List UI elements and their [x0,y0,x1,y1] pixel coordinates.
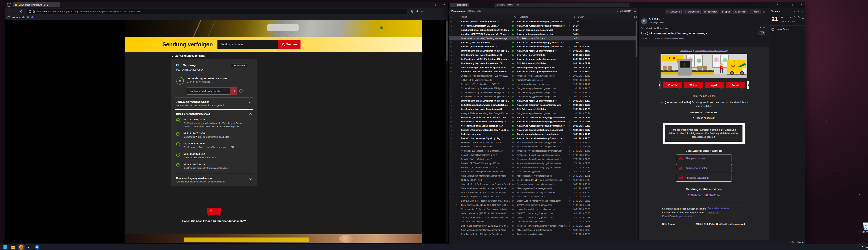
junk-icon[interactable] [567,83,572,85]
language-button-arabic[interactable]: العربية [705,82,724,88]
email-row[interactable]: ☆Versendet: „Pfanner Zero Sirup Ice Tea…… [448,116,637,120]
email-row[interactable]: ☆Ihr Paket kann bei DHL Packstation 404 … [448,49,637,53]
junk-icon[interactable] [567,142,572,144]
email-row[interactable]: ☆Antrag auf Wiederherstellung Ihres Goog… [448,111,637,116]
junk-icon[interactable] [567,150,572,152]
back-to-overview-link[interactable]: Zur Sendungsübersicht [172,54,205,57]
star-icon[interactable]: ☆ [448,166,454,169]
subject-column-header[interactable]: Betreff [459,16,513,18]
junk-icon[interactable] [567,129,572,131]
star-icon[interactable]: ☆ [448,29,454,31]
browser-tab[interactable]: DHL DHL Sendungsverfolgung | DHL × [13,2,60,7]
junk-icon[interactable] [567,46,572,48]
dayplan-toggle[interactable]: Tagesplan [789,241,803,243]
star-icon[interactable]: ☆ [448,146,454,148]
star-icon[interactable]: ☆ [448,187,454,190]
email-row[interactable]: ☆Versendet: „SPEEDWOX Drehknopf, M5, 20…… [448,140,637,145]
junk-icon[interactable] [567,121,572,123]
email-row[interactable]: ☆Sicherheitswarnung für eselmeister539@g… [448,90,637,95]
junk-icon[interactable] [567,137,572,139]
star-icon[interactable]: ☆ [448,66,454,69]
close-button[interactable]: × [440,2,448,8]
junk-icon[interactable] [567,217,572,219]
star-icon[interactable]: ☆ [448,150,454,152]
delivery-options-section[interactable]: Jetzt Zustelloptionen wählen Sie sind ni… [176,100,252,106]
page-scrollbar[interactable] [446,20,448,242]
star-icon[interactable]: ☆ [448,154,454,156]
junk-icon[interactable] [567,225,572,227]
language-button-turkish[interactable]: Türkçe [684,82,703,88]
junk-icon[interactable] [567,88,572,89]
email-row[interactable]: ☆Abgeholt: SPEEDWOX Drehknopf, M5, 20 mm… [448,32,637,36]
star-icon[interactable]: ☆ [448,200,454,202]
junk-icon[interactable] [567,108,572,110]
junk-icon[interactable] [567,21,572,23]
option-neighbor-button[interactable]: An Nachbar:in liefern [676,164,732,172]
junk-icon[interactable] [567,37,572,39]
email-row[interactable]: ☆Bestellt: „Keratobleem 100 Stück…“Amazo… [448,44,637,49]
tracking-number-input[interactable]: Sendungsnummer [217,40,278,49]
email-row[interactable]: ☆Ihre Sendung liegt in der Packstation 4… [448,107,637,111]
junk-icon[interactable] [567,187,572,189]
reload-button[interactable] [19,9,24,14]
junk-icon[interactable] [567,67,572,69]
junk-icon[interactable] [567,71,572,73]
bookmark-folder[interactable]: NAS [12,16,20,19]
spam-button[interactable]: Spam [720,9,732,14]
star-icon[interactable]: ☆ [448,208,454,211]
email-row[interactable]: ☆Versendet: „Küchenwaage Digital,1g/15kg… [448,120,637,124]
email-row[interactable]: ☆Bestellt: „Pfanner Zero Sirup Ice Tea…“… [448,128,637,132]
junk-icon[interactable] [567,208,572,210]
email-row[interactable]: ☆Ihre Sendung liegt in der Packstation 4… [448,53,637,57]
star-icon[interactable]: ☆ [448,116,454,119]
date-column-header[interactable]: Datum [577,16,632,18]
new-tab-button[interactable]: + [62,3,64,7]
calendar-prev-icon[interactable] [794,10,796,12]
email-row[interactable]: ☆Order confirmation [583bf5bd-f101-11f0-… [448,211,637,215]
junk-icon[interactable] [567,171,572,173]
junk-icon[interactable] [567,167,572,168]
junk-icon[interactable] [567,192,572,194]
more-button[interactable]: ⋮Mehr [749,9,761,14]
star-icon[interactable]: ☆ [448,141,454,144]
junk-icon[interactable] [567,183,572,185]
email-row[interactable]: ☆🥦 NEW DROPS 2026SEEDSTOCKERS 🤘 <info@se… [448,178,637,182]
star-icon[interactable]: ☆ [448,129,454,131]
junk-icon[interactable] [567,29,572,31]
email-row[interactable]: ☆Abgeholt: Blumtal Schneidebrett aus 100… [448,28,637,32]
email-row[interactable]: ☆Deine Kabel-Rechnung vom 12.01.2026 ste… [448,224,637,228]
email-row[interactable]: ☆Sie haben eine Zahlung an Gamivo.com Li… [448,207,637,211]
email-row[interactable]: ☆Bestellt: „Blumtal Schneidebrett aus…“A… [448,153,637,157]
star-icon[interactable]: ☆ [448,162,454,164]
extensions-puzzle-icon[interactable] [410,10,413,13]
minimize-button[interactable]: − [424,2,432,8]
minimize-button[interactable]: − [781,2,789,8]
star-icon[interactable]: ☆ [448,220,454,223]
junk-icon[interactable] [567,100,572,102]
network-display-icon[interactable] [866,246,868,248]
star-icon[interactable]: ☆ [448,112,454,115]
email-settings-link[interactable]: E-Mail-Einstellungen verwalten [662,215,693,218]
language-button-english[interactable]: English [663,82,682,88]
imprint-link[interactable]: Impressum [708,211,719,214]
junk-icon[interactable] [567,158,572,160]
star-icon[interactable]: ☆ [448,191,454,194]
email-row[interactable]: ☆Neue Mitteilungen Ihrer Bundesagentur f… [448,65,637,70]
quick-filter-button[interactable]: Schnellfilter [616,10,636,12]
recycle-bin[interactable]: Papierkorb [858,222,868,233]
star-icon[interactable]: ☆ [448,229,454,231]
star-icon[interactable]: ☆ [448,158,454,160]
email-row[interactable]: ☆Neue Mitteilungen Ihrer Bundesagentur f… [448,186,637,190]
star-icon[interactable]: ☆ [448,175,454,177]
contact-icon[interactable] [670,27,672,29]
email-row[interactable]: ☆Ihre Sendung liegt in der Packstation 1… [448,61,637,65]
junk-icon[interactable] [567,104,572,106]
junk-icon[interactable] [567,146,572,148]
email-row[interactable]: ☆Sicherheitswarnung für eselmeister539@g… [448,95,637,99]
firefox-taskbar-button[interactable] [18,244,25,250]
email-row[interactable]: ☆Ihre (not return, not seller) Sendung i… [448,36,637,40]
email-row[interactable]: ☆Bestellt: „Olfa Craft Kiridashi…“Amazon… [448,40,637,44]
star-icon[interactable]: ☆ [448,91,454,94]
privacy-translation-link[interactable]: Datenschutzhinweis zur Übersetzung [695,50,728,52]
carousel-next-button[interactable] [747,82,749,89]
